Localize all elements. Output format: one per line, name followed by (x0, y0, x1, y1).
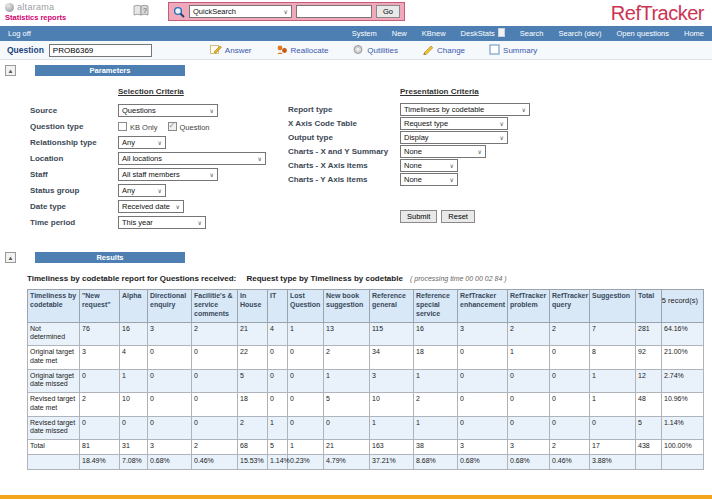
quicksearch-input[interactable] (296, 5, 372, 18)
submit-button[interactable]: Submit (400, 210, 437, 223)
row-total: 281 (636, 322, 662, 346)
cell-value: 163 (370, 440, 414, 455)
charts-x-axis-items-select[interactable]: None∨ (400, 159, 458, 172)
cell-value: 34 (370, 346, 414, 370)
answer-icon (210, 44, 222, 57)
cell-value: 0 (148, 369, 192, 393)
nav-item-label: DeskStats (461, 29, 495, 38)
summary-action[interactable]: Summary (489, 44, 537, 57)
date-type-select[interactable]: Received date∨ (118, 200, 184, 213)
cell-value: 1 (508, 346, 550, 370)
row-total: 92 (636, 346, 662, 370)
checkbox-checked-icon[interactable] (168, 122, 177, 131)
cell-percent: 0.68% (508, 454, 550, 469)
reset-button[interactable]: Reset (441, 210, 475, 223)
form-row-staff: StaffAll staff members∨ (30, 166, 266, 182)
chevron-down-icon: ∨ (158, 187, 162, 194)
report-type-select[interactable]: Timeliness by codetable∨ (400, 103, 530, 116)
reallocate-action[interactable]: Reallocate (276, 44, 329, 57)
checkbox-kb-only[interactable]: KB Only (118, 121, 158, 132)
nav-right-group: SystemNewKBnewDeskStatsSearchSearch (dev… (352, 28, 704, 39)
cell-value: 3 (458, 322, 508, 346)
table-row: Original target date missed0100500131000… (28, 369, 704, 393)
relationship-type-select[interactable]: Any∨ (118, 136, 166, 149)
quicksearch-select[interactable]: QuickSearch ∨ (189, 5, 292, 18)
cell-value: 2 (414, 393, 458, 417)
altarama-sphere-icon (5, 3, 14, 12)
cell-value: 0 (288, 416, 324, 440)
nav-search[interactable]: Search (520, 29, 544, 38)
cell-value: 0 (324, 416, 370, 440)
qutilities-action[interactable]: Qutilities (352, 44, 398, 57)
help-book-icon[interactable]: ? (133, 3, 149, 21)
cell-value: 2 (192, 322, 238, 346)
cell-value: 8 (590, 346, 636, 370)
action-label: Change (437, 46, 465, 55)
column-header: Timeliness by codetable (28, 290, 80, 322)
parameters-collapse-button[interactable]: ▲ (5, 65, 16, 76)
selected-value: All locations (122, 154, 162, 163)
nav-home[interactable]: Home (684, 29, 704, 38)
footer-accent-bar (0, 495, 712, 499)
checkbox-question[interactable]: Question (168, 121, 210, 132)
report-title-part1: Timeliness by codetable report for Quest… (27, 274, 236, 283)
table-row: Original target date met3400220023418010… (28, 346, 704, 370)
field-label: Date type (30, 202, 118, 211)
selected-value: None (404, 161, 422, 170)
row-label: Revised target date missed (28, 416, 80, 440)
location-select[interactable]: All locations∨ (118, 152, 266, 165)
cell-percent: 0.23% (288, 454, 324, 469)
chevron-down-icon: ∨ (198, 219, 202, 226)
cell-value: 4 (268, 322, 288, 346)
cell-value: 1 (120, 369, 148, 393)
charts-x-and-y-summary-select[interactable]: None∨ (400, 145, 486, 158)
source-select[interactable]: Questions∨ (118, 104, 218, 117)
checkbox-icon[interactable] (118, 122, 127, 131)
table-row: Revised target date missed00002100110000… (28, 416, 704, 440)
go-button[interactable]: Go (376, 5, 400, 18)
nav-open-questions[interactable]: Open questions (616, 29, 669, 38)
cell-percent: 0.68% (458, 454, 508, 469)
nav-deskstats[interactable]: DeskStats (461, 28, 505, 39)
time-period-select[interactable]: This year∨ (118, 216, 206, 229)
results-collapse-button[interactable]: ▲ (5, 252, 16, 263)
cell-value: 0 (192, 393, 238, 417)
cell-value: 2 (550, 440, 590, 455)
nav-kbnew[interactable]: KBnew (422, 29, 446, 38)
column-header (662, 290, 704, 322)
nav-item-label: KBnew (422, 29, 446, 38)
answer-action[interactable]: Answer (210, 44, 252, 57)
staff-select[interactable]: All staff members∨ (118, 168, 218, 181)
empty-cell (636, 454, 662, 469)
row-label: Not determined (28, 322, 80, 346)
x-axis-code-table-select[interactable]: Request type∨ (400, 117, 508, 130)
change-action[interactable]: Change (422, 44, 465, 57)
row-total: 12 (636, 369, 662, 393)
nav-new[interactable]: New (392, 29, 407, 38)
cell-value: 1 (590, 369, 636, 393)
output-type-select[interactable]: Display∨ (400, 131, 508, 144)
column-header: "New request" (80, 290, 120, 322)
form-row-status-group: Status groupAny∨ (30, 182, 266, 198)
field-label: Status group (30, 186, 118, 195)
selected-value: Display (404, 133, 429, 142)
status-group-select[interactable]: Any∨ (118, 184, 166, 197)
reallocate-icon (276, 44, 288, 57)
svg-text:?: ? (143, 7, 147, 14)
nav-system[interactable]: System (352, 29, 377, 38)
cell-value: 1 (590, 393, 636, 417)
row-total: 438 (636, 440, 662, 455)
nav-search-dev[interactable]: Search (dev) (559, 29, 602, 38)
question-input[interactable] (49, 44, 152, 57)
cell-value: 31 (120, 440, 148, 455)
nav-log-off[interactable]: Log off (8, 29, 31, 38)
form-row-charts-x-axis-items: Charts - X Axis itemsNone∨ (288, 158, 530, 172)
cell-value: 0 (288, 393, 324, 417)
cell-value: 0 (550, 346, 590, 370)
column-header: IT (268, 290, 288, 322)
cell-percent: 3.88% (590, 454, 636, 469)
results-table: Timeliness by codetable"New request"Alph… (27, 289, 704, 469)
row-label: Revised target date met (28, 393, 80, 417)
results-section-title: Results (35, 252, 185, 263)
charts-y-axis-items-select[interactable]: None∨ (400, 173, 458, 186)
